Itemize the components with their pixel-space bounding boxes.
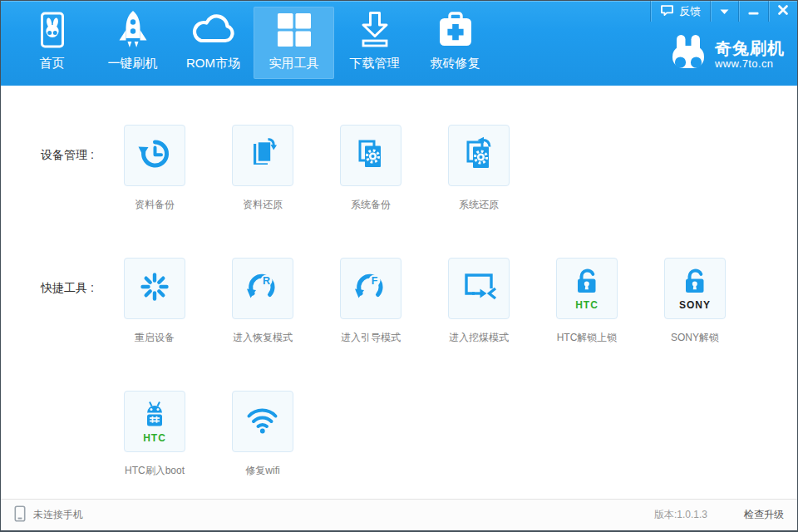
tool-label: 重启设备 — [135, 331, 175, 345]
section-device-management: 设备管理 : 资料备份 — [41, 125, 797, 224]
tool-label: 资料备份 — [135, 198, 175, 212]
tool-fastboot-mode: F 进入引导模式 — [340, 258, 401, 357]
header: 反馈 — [1, 1, 797, 86]
tool-label: 系统还原 — [459, 198, 499, 212]
cloud-icon — [190, 8, 237, 52]
sony-badge: SONY — [679, 300, 711, 310]
rabbit-logo-icon — [669, 33, 707, 75]
app-logo: 奇兔刷机 www.7to.cn — [669, 33, 785, 75]
section-label: 设备管理 : — [41, 125, 124, 224]
tool-system-restore: 系统还原 — [448, 125, 510, 224]
minimize-icon — [748, 5, 759, 17]
logo-url: www.7to.cn — [715, 57, 785, 70]
nav-label: 首页 — [40, 56, 65, 71]
tool-htc-unlock: HTC HTC解锁上锁 — [556, 258, 618, 357]
tool-restart-device: 重启设备 — [124, 258, 185, 357]
close-icon — [778, 5, 788, 17]
tool-data-restore: 资料还原 — [232, 125, 293, 224]
tool-label: HTC刷入boot — [125, 464, 185, 478]
first-aid-icon — [436, 8, 475, 52]
section-extra-tools: HTC HTC刷入boot — [41, 391, 797, 490]
rocket-icon — [116, 8, 150, 52]
connection-status: 未连接手机 — [14, 505, 83, 525]
tool-system-restore-button[interactable] — [448, 125, 510, 186]
nav-item-download-manager[interactable]: 下载管理 — [334, 7, 415, 79]
system-backup-icon — [352, 136, 389, 175]
android-robot-icon — [138, 400, 171, 431]
feedback-label: 反馈 — [679, 4, 701, 19]
nav-label: ROM市场 — [186, 56, 240, 71]
chevron-down-icon — [720, 5, 729, 17]
logo-title: 奇兔刷机 — [715, 39, 785, 57]
close-button[interactable] — [768, 1, 797, 22]
wifi-icon — [244, 404, 282, 439]
nav-item-brick-repair[interactable]: 救砖修复 — [415, 7, 495, 79]
system-restore-icon — [461, 136, 497, 175]
app-window: 反馈 — [0, 0, 798, 532]
check-update-link[interactable]: 检查升级 — [744, 508, 784, 522]
menu-dropdown-button[interactable] — [710, 1, 738, 22]
tool-label: 进入恢复模式 — [233, 331, 293, 345]
nav-label: 下载管理 — [350, 56, 400, 71]
nav-item-rom-market[interactable]: ROM市场 — [173, 7, 254, 79]
fastboot-f-icon: F — [353, 269, 388, 308]
tool-data-backup-button[interactable] — [124, 125, 185, 186]
download-mode-icon — [460, 271, 498, 306]
nav-label: 救砖修复 — [431, 56, 480, 71]
tool-fastboot-mode-button[interactable]: F — [340, 258, 401, 319]
nav-label: 实用工具 — [269, 56, 319, 71]
nav-item-home[interactable]: 首页 — [12, 7, 92, 79]
tool-system-backup: 系统备份 — [340, 125, 401, 224]
document-restore-icon — [245, 136, 280, 175]
grid-icon — [276, 8, 313, 52]
lock-icon — [679, 267, 711, 298]
titlebar-buttons: 反馈 — [650, 1, 797, 22]
version-text: 版本:1.0.1.3 — [654, 508, 707, 522]
minimize-button[interactable] — [738, 1, 768, 22]
tool-recovery-mode: R 进入恢复模式 — [232, 258, 293, 357]
restart-burst-icon — [137, 269, 172, 308]
htc-badge: HTC — [575, 300, 598, 310]
tools-panel: 设备管理 : 资料备份 — [1, 125, 797, 490]
tool-label: 修复wifi — [245, 464, 279, 478]
tool-data-backup: 资料备份 — [124, 125, 185, 224]
tool-restart-device-button[interactable] — [124, 258, 185, 319]
section-label — [41, 391, 124, 490]
tool-recovery-mode-button[interactable]: R — [232, 258, 293, 319]
tool-label: 进入引导模式 — [341, 331, 401, 345]
svg-text:R: R — [263, 275, 270, 287]
nav-item-utility-tools[interactable]: 实用工具 — [254, 7, 334, 79]
phone-icon — [14, 505, 26, 525]
recovery-r-icon: R — [245, 269, 280, 308]
tool-htc-unlock-button[interactable]: HTC — [556, 258, 618, 319]
tool-htc-flash-boot: HTC HTC刷入boot — [124, 391, 185, 490]
phone-rabbit-icon — [38, 8, 66, 52]
tool-download-mode: 进入挖煤模式 — [448, 258, 510, 357]
connection-status-text: 未连接手机 — [33, 508, 83, 522]
nav-item-one-key-flash[interactable]: 一键刷机 — [92, 7, 173, 79]
tool-sony-unlock-button[interactable]: SONY — [664, 258, 726, 319]
svg-text:F: F — [372, 275, 378, 287]
tool-label: 系统备份 — [351, 198, 391, 212]
tool-fix-wifi: 修复wifi — [232, 391, 293, 490]
tool-htc-flash-boot-button[interactable]: HTC — [124, 391, 185, 452]
nav-label: 一键刷机 — [108, 56, 158, 71]
tool-label: 资料还原 — [243, 198, 283, 212]
section-quick-tools: 快捷工具 : — [41, 258, 797, 357]
tool-label: 进入挖煤模式 — [449, 331, 509, 345]
tool-data-restore-button[interactable] — [232, 125, 293, 186]
tool-sony-unlock: SONY SONY解锁 — [664, 258, 726, 357]
tool-download-mode-button[interactable] — [448, 258, 510, 319]
htc-badge: HTC — [143, 433, 166, 443]
tool-label: HTC解锁上锁 — [557, 331, 618, 345]
lock-icon — [571, 267, 603, 298]
download-icon — [356, 8, 394, 52]
tool-system-backup-button[interactable] — [340, 125, 401, 186]
tool-label: SONY解锁 — [671, 331, 719, 345]
status-bar: 未连接手机 版本:1.0.1.3 检查升级 — [1, 499, 797, 530]
history-clock-icon — [137, 136, 172, 175]
feedback-button[interactable]: 反馈 — [650, 1, 710, 22]
section-label: 快捷工具 : — [41, 258, 124, 357]
tool-fix-wifi-button[interactable] — [232, 391, 293, 452]
speech-bubble-icon — [660, 4, 674, 19]
